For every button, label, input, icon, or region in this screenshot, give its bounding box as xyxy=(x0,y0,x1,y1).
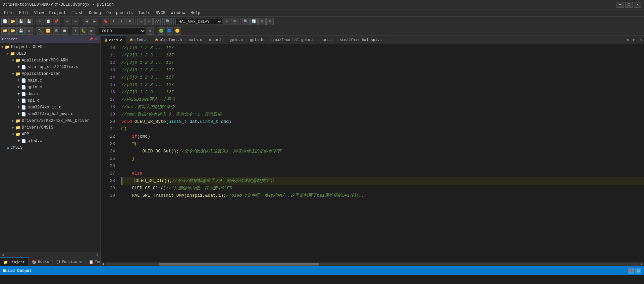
code-editor[interactable]: 10 11 12 13 14 15 16 17 18 19 20 21 22 2… xyxy=(101,44,644,262)
watch-add-button[interactable]: + xyxy=(223,18,230,25)
tab-hal-gpio-h[interactable]: stm32f4xx_hal_gpio.h xyxy=(267,36,318,44)
sidebar-tab-books[interactable]: 📚 Books xyxy=(29,257,53,266)
download-button[interactable]: ⬇ xyxy=(72,27,79,35)
comment-button[interactable]: // xyxy=(153,18,161,25)
extra-tool-3[interactable]: 🟡 xyxy=(174,27,181,35)
sidebar-pin-button[interactable]: 📌 xyxy=(88,37,94,41)
sidebar-tab-templates[interactable]: 📋 Templates xyxy=(86,257,101,266)
more-btn[interactable]: ⚙ xyxy=(258,18,266,25)
target-dropdown[interactable]: OLED xyxy=(99,28,146,34)
new-project-button[interactable]: 📁 xyxy=(1,27,9,35)
tab-scroll-left-button[interactable]: ◀ xyxy=(624,36,631,44)
new-file-button[interactable]: 📄 xyxy=(1,18,9,25)
sidebar-tab-project[interactable]: 📁 Project xyxy=(0,257,29,266)
menu-svcs[interactable]: SVCS xyxy=(153,9,168,17)
tree-mdk-arm[interactable]: ▼ 📁 Application/MDK-ARM xyxy=(11,57,100,64)
cut-button[interactable]: ✂ xyxy=(37,18,44,25)
watch-dropdown[interactable]: HAL_MAX_DELAY xyxy=(175,18,222,25)
menu-peripherals[interactable]: Peripherals xyxy=(104,9,136,17)
menu-tools[interactable]: Tools xyxy=(136,9,153,17)
tree-startup[interactable]: + 📄 startup_stm32f407xx.s xyxy=(16,64,100,70)
h-scrollbar-thumb[interactable] xyxy=(159,263,319,266)
save-button[interactable]: 💾 xyxy=(17,18,25,25)
tree-project-oled[interactable]: ▼ 📁 Project: OLED xyxy=(0,44,100,50)
sidebar-tab-functions[interactable]: {} Functions xyxy=(53,257,86,266)
search-icon[interactable]: 🔍 xyxy=(164,18,172,25)
target-options-button[interactable]: ⚙ xyxy=(25,27,33,35)
minimize-button[interactable]: ─ xyxy=(616,2,624,8)
tree-app-user[interactable]: ▼ 📁 Application/User xyxy=(11,70,100,77)
sidebar-scroll-track[interactable] xyxy=(5,252,95,257)
tab-close-button[interactable]: ✕ xyxy=(637,36,644,44)
build-output-pin-button[interactable]: 📌 xyxy=(628,268,634,274)
tab-main-c[interactable]: main.c xyxy=(185,36,206,44)
undo-button[interactable]: ↩ xyxy=(64,18,71,25)
tree-gpio-c[interactable]: + 📄 gpio.c xyxy=(16,84,100,91)
rebuild-button[interactable]: 🔁 xyxy=(45,27,52,35)
run-button[interactable]: ▶ xyxy=(88,27,95,35)
tree-spi-c[interactable]: + 📄 spi.c xyxy=(16,97,100,104)
watch-btn-2[interactable]: 👁 xyxy=(231,18,238,25)
menu-project[interactable]: Project xyxy=(46,9,68,17)
h-scrollbar-track[interactable] xyxy=(106,263,639,266)
save-project-button[interactable]: 💾 xyxy=(17,27,25,35)
menu-debug[interactable]: Debug xyxy=(86,9,104,17)
clean-button[interactable]: 🗑 xyxy=(53,27,60,35)
tab-hal-spi-h[interactable]: stm32f4xx_hal_spi.h xyxy=(336,36,385,44)
tab-gpio-c[interactable]: gpio.c xyxy=(226,36,247,44)
tab-oled-c[interactable]: 🔒 oled.c xyxy=(101,36,126,44)
extra-btn[interactable]: ⚙ xyxy=(266,18,274,25)
find-button[interactable]: 🔍 xyxy=(242,18,250,25)
tab-oled-h[interactable]: 🔒 oled.h xyxy=(126,36,152,44)
save-all-button[interactable]: 💾 xyxy=(25,18,33,25)
next-bookmark-button[interactable]: ⬇ xyxy=(118,18,125,25)
h-scrollbar[interactable]: ◀ ▶ xyxy=(101,262,644,266)
tree-oled-c[interactable]: + 📄 oled.c xyxy=(16,138,100,144)
indent-button[interactable]: → xyxy=(137,18,145,25)
bookmark-button[interactable]: 🔖 xyxy=(102,18,109,25)
menu-help[interactable]: Help xyxy=(188,9,203,17)
tab-scroll-right-button[interactable]: ▶ xyxy=(631,36,637,44)
sidebar-close-button[interactable]: ✕ xyxy=(94,37,98,41)
hscroll-right-button[interactable]: ▶ xyxy=(639,262,644,266)
close-button[interactable]: ✕ xyxy=(634,2,641,8)
tab-main-h[interactable]: main.h xyxy=(206,36,226,44)
tab-oledfont-h[interactable]: 🔒 oledfont.h xyxy=(151,36,185,44)
menu-window[interactable]: Window xyxy=(168,9,188,17)
replace-button[interactable]: 🔄 xyxy=(250,18,258,25)
tree-it-c[interactable]: + 📄 stm32f4xx_it.c xyxy=(16,104,100,111)
tab-spi-c[interactable]: spi.c xyxy=(318,36,336,44)
tree-dma-c[interactable]: + 📄 dma.c xyxy=(16,91,100,97)
nav-fwd-button[interactable]: ▶ xyxy=(91,18,98,25)
tree-cmsis-driver[interactable]: ▶ 📁 Drivers/CMSIS xyxy=(11,124,100,131)
nav-back-button[interactable]: ◀ xyxy=(83,18,90,25)
target-manage-button[interactable]: ⚙ xyxy=(147,27,154,35)
sidebar-scroll-right[interactable]: ▶ xyxy=(95,252,100,257)
build-output-close-button[interactable]: ✕ xyxy=(635,268,641,274)
copy-button[interactable]: 📋 xyxy=(45,18,52,25)
unindent-button[interactable]: ← xyxy=(145,18,153,25)
clear-bookmarks-button[interactable]: ✖ xyxy=(126,18,133,25)
tree-hal-driver[interactable]: ▶ 📁 Drivers/STM32F4xx_HAL_Driver xyxy=(11,117,100,124)
open-file-button[interactable]: 📂 xyxy=(9,18,17,25)
menu-file[interactable]: File xyxy=(1,9,16,17)
tree-msp-c[interactable]: + 📄 stm32f4xx_hal_msp.c xyxy=(16,111,100,117)
tree-oled-root[interactable]: ▼ 📁 OLED xyxy=(5,50,100,57)
hscroll-left-button[interactable]: ◀ xyxy=(101,262,105,266)
extra-tool-2[interactable]: 🔵 xyxy=(166,27,173,35)
menu-view[interactable]: View xyxy=(32,9,47,17)
sidebar-scroll-left[interactable]: ◀ xyxy=(0,252,5,257)
tree-main-c[interactable]: + 📄 main.c xyxy=(16,77,100,84)
open-project-button[interactable]: 📂 xyxy=(9,27,17,35)
debug-button[interactable]: 🐛 xyxy=(80,27,87,35)
tab-gpio-h[interactable]: gpio.h xyxy=(247,36,267,44)
menu-edit[interactable]: Edit xyxy=(16,9,32,17)
maximize-button[interactable]: □ xyxy=(625,2,633,8)
extra-tool-1[interactable]: 🟢 xyxy=(158,27,165,35)
menu-flash[interactable]: Flash xyxy=(69,9,86,17)
tree-cmsis-root[interactable]: ⚙ CMSIS xyxy=(5,144,100,151)
stop-build-button[interactable]: ⏹ xyxy=(61,27,68,35)
paste-button[interactable]: 📌 xyxy=(53,18,60,25)
redo-button[interactable]: ↪ xyxy=(72,18,79,25)
prev-bookmark-button[interactable]: ⬆ xyxy=(110,18,117,25)
